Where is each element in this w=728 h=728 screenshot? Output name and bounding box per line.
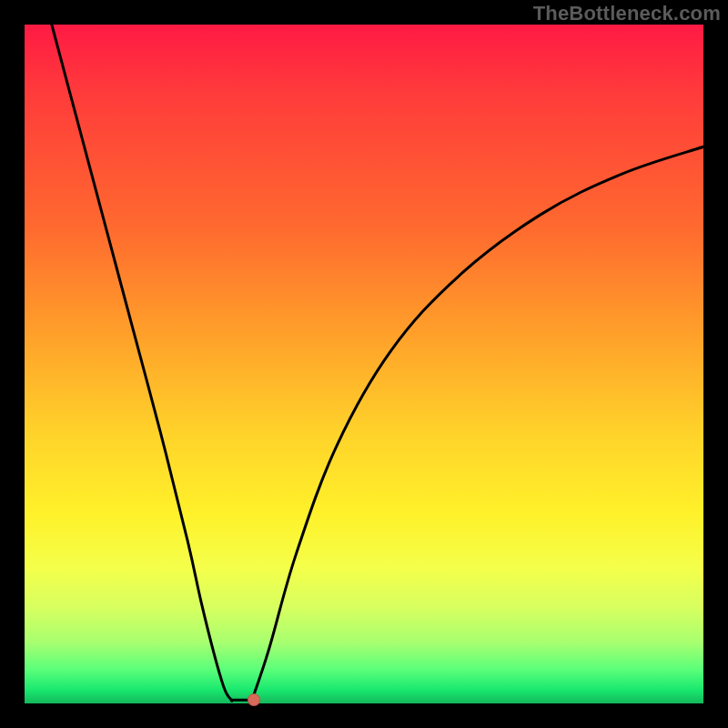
chart-frame: TheBottleneck.com <box>0 0 728 728</box>
bottleneck-curve <box>25 25 703 703</box>
gradient-plot-area <box>25 25 703 703</box>
optimal-point-marker <box>248 693 260 706</box>
curve-path <box>52 25 703 704</box>
watermark-text: TheBottleneck.com <box>533 2 721 25</box>
